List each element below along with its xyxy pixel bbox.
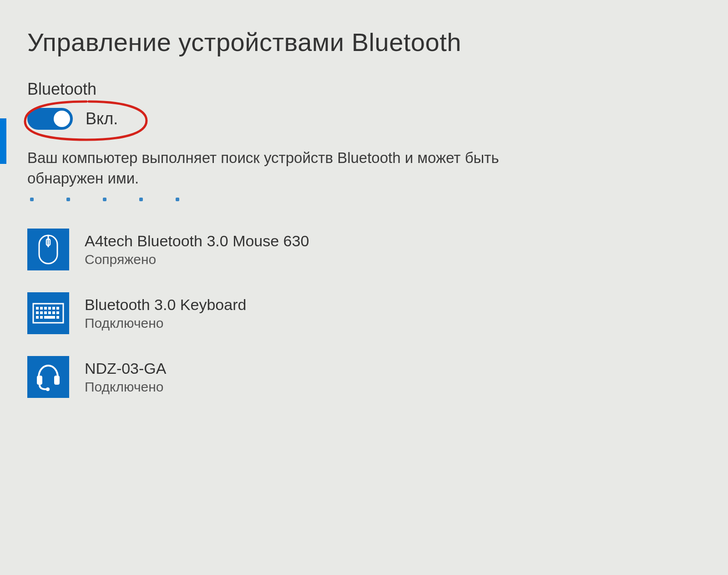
headset-icon xyxy=(27,356,69,398)
bluetooth-device-list: A4tech Bluetooth 3.0 Mouse 630 Сопряжено… xyxy=(27,229,546,398)
device-status-label: Подключено xyxy=(85,315,246,331)
keyboard-icon xyxy=(27,292,69,334)
page-title: Управление устройствами Bluetooth xyxy=(27,27,546,57)
mouse-icon xyxy=(27,229,69,270)
svg-rect-11 xyxy=(40,311,43,314)
device-info: NDZ-03-GA Подключено xyxy=(85,360,166,395)
svg-rect-12 xyxy=(44,311,47,314)
svg-rect-17 xyxy=(40,316,43,319)
svg-rect-4 xyxy=(36,307,39,310)
device-name-label: NDZ-03-GA xyxy=(85,360,166,377)
svg-rect-18 xyxy=(44,316,55,319)
svg-rect-15 xyxy=(56,311,59,314)
device-item-keyboard[interactable]: Bluetooth 3.0 Keyboard Подключено xyxy=(27,292,546,334)
device-status-label: Подключено xyxy=(85,379,166,395)
left-accent-bar xyxy=(0,118,6,164)
bluetooth-discovery-status: Ваш компьютер выполняет поиск устройств … xyxy=(27,148,519,188)
searching-progress-indicator xyxy=(30,198,546,201)
svg-rect-16 xyxy=(36,316,39,319)
bluetooth-toggle[interactable] xyxy=(27,108,73,130)
device-info: A4tech Bluetooth 3.0 Mouse 630 Сопряжено xyxy=(85,232,309,267)
svg-rect-9 xyxy=(56,307,59,310)
bluetooth-toggle-row: Вкл. xyxy=(27,108,546,130)
svg-point-22 xyxy=(46,387,50,391)
toggle-knob xyxy=(54,111,70,127)
svg-rect-5 xyxy=(40,307,43,310)
device-name-label: A4tech Bluetooth 3.0 Mouse 630 xyxy=(85,232,309,250)
svg-rect-6 xyxy=(44,307,47,310)
svg-rect-19 xyxy=(56,316,59,319)
svg-rect-20 xyxy=(37,376,42,385)
device-info: Bluetooth 3.0 Keyboard Подключено xyxy=(85,296,246,331)
device-item-headset[interactable]: NDZ-03-GA Подключено xyxy=(27,356,546,398)
svg-rect-13 xyxy=(48,311,51,314)
svg-rect-8 xyxy=(52,307,55,310)
svg-rect-10 xyxy=(36,311,39,314)
bluetooth-toggle-state-label: Вкл. xyxy=(86,109,118,128)
device-item-mouse[interactable]: A4tech Bluetooth 3.0 Mouse 630 Сопряжено xyxy=(27,229,546,270)
device-name-label: Bluetooth 3.0 Keyboard xyxy=(85,296,246,314)
svg-rect-21 xyxy=(54,376,60,385)
svg-rect-14 xyxy=(52,311,55,314)
svg-rect-7 xyxy=(48,307,51,310)
bluetooth-section-label: Bluetooth xyxy=(27,80,546,99)
device-status-label: Сопряжено xyxy=(85,252,309,267)
